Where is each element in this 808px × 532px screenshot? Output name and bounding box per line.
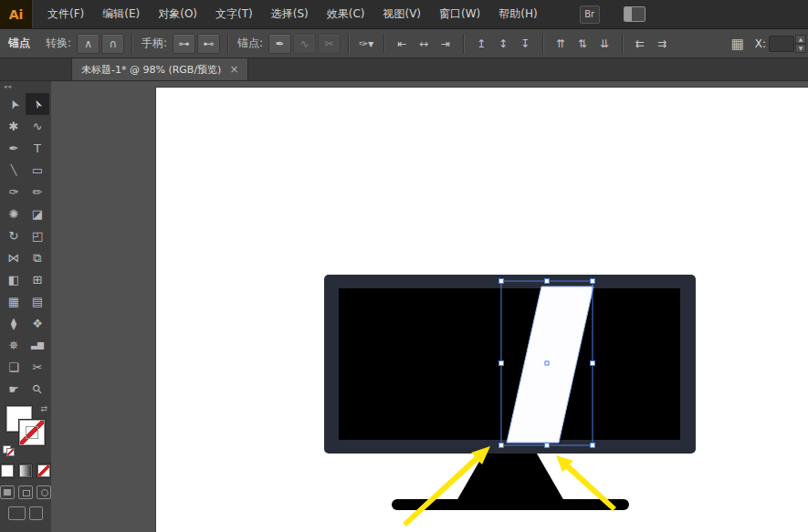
tool-zoom[interactable]: ⚲ xyxy=(26,378,49,400)
menu-view[interactable]: 视图(V) xyxy=(373,0,430,28)
menu-edit[interactable]: 编辑(E) xyxy=(93,0,149,28)
selection-handle-top-left[interactable] xyxy=(499,279,504,284)
tool-width[interactable]: ⋈ xyxy=(2,246,26,268)
swap-fill-stroke-icon[interactable]: ⇄ xyxy=(40,404,47,413)
none-button[interactable] xyxy=(37,464,51,478)
color-button[interactable] xyxy=(0,464,15,478)
document-tab-bar: 未标题-1* @ 98% (RGB/预览) × xyxy=(0,58,808,81)
tool-type[interactable]: T xyxy=(26,137,49,159)
tool-scale[interactable]: ◰ xyxy=(26,224,49,246)
stroke-swatch[interactable] xyxy=(19,420,45,445)
tool-rectangle[interactable]: ▭ xyxy=(26,159,49,181)
align-left-icon[interactable]: ⇤ xyxy=(392,35,412,53)
selection-handle-bottom-center[interactable] xyxy=(545,443,550,448)
draw-behind-button[interactable] xyxy=(18,485,33,499)
remove-anchor-icon[interactable]: ✒ xyxy=(268,34,291,54)
tool-perspective-grid[interactable]: ⊞ xyxy=(26,268,49,290)
tool-hand[interactable]: ☛ xyxy=(2,378,26,400)
menu-select[interactable]: 选择(S) xyxy=(262,0,318,28)
tool-eraser[interactable]: ◪ xyxy=(26,203,49,224)
align-bottom-icon[interactable]: ↧ xyxy=(515,35,535,53)
tool-pencil[interactable]: ✏ xyxy=(26,181,49,203)
screen-mode-row xyxy=(0,506,51,520)
selection-handle-bottom-left[interactable] xyxy=(499,443,504,448)
grid-options-icon[interactable]: ▦ xyxy=(728,35,748,53)
menu-window[interactable]: 窗口(W) xyxy=(430,0,489,28)
tool-column-graph[interactable]: ▃▆ xyxy=(26,334,49,356)
cut-path-icon[interactable]: ✂ xyxy=(318,34,341,54)
distribute-top-icon[interactable]: ⇈ xyxy=(551,35,571,53)
align-top-icon[interactable]: ↥ xyxy=(471,35,491,53)
tool-direct-selection[interactable]: ➢ xyxy=(26,93,49,115)
x-coordinate-label: X: xyxy=(755,37,766,50)
distribute-right-icon[interactable]: ⇉ xyxy=(652,35,672,53)
tool-artboard[interactable]: ❏ xyxy=(2,356,26,378)
app-logo: Ai xyxy=(0,0,33,28)
x-stepper-down-icon[interactable]: ▼ xyxy=(795,44,806,53)
selection-handle-middle-left[interactable] xyxy=(499,361,504,366)
convert-to-smooth-icon[interactable]: ∩ xyxy=(101,34,124,54)
tool-shape-builder[interactable]: ◧ xyxy=(2,268,26,290)
x-coordinate-input[interactable] xyxy=(769,36,794,52)
connect-endpoints-icon[interactable]: ∿ xyxy=(293,34,316,54)
convert-to-corner-icon[interactable]: ∧ xyxy=(77,34,100,54)
distribute-bottom-icon[interactable]: ⇊ xyxy=(594,35,614,53)
canvas[interactable] xyxy=(51,81,808,532)
tool-pen[interactable]: ✒ xyxy=(2,137,26,159)
tool-free-transform-icon: ⧉ xyxy=(33,252,41,264)
control-bar-right: ▦ X: ▲ ▼ xyxy=(727,35,808,53)
tab-close-icon[interactable]: × xyxy=(229,64,238,75)
align-right-icon[interactable]: ⇥ xyxy=(435,35,456,53)
tool-line-segment[interactable]: ╲ xyxy=(2,159,26,181)
bridge-icon[interactable]: Br xyxy=(580,5,600,24)
hide-handles-icon[interactable]: ⊷ xyxy=(197,34,220,54)
tool-lasso[interactable]: ∿ xyxy=(26,115,49,137)
document-view-button[interactable] xyxy=(29,506,43,520)
selection-handle-middle-right[interactable] xyxy=(591,361,595,366)
tool-blob-brush[interactable]: ✺ xyxy=(2,203,26,224)
control-separator xyxy=(348,34,349,54)
tool-gradient[interactable]: ▤ xyxy=(26,290,49,312)
screen-mode-button[interactable] xyxy=(8,506,26,520)
stroke-swatch-hole xyxy=(26,426,38,439)
tool-mesh[interactable]: ▦ xyxy=(2,290,26,312)
monitor-screen[interactable] xyxy=(339,288,680,440)
tool-pencil-icon: ✏ xyxy=(33,186,43,198)
selection-center-point[interactable] xyxy=(545,361,549,365)
show-handles-icon[interactable]: ⊶ xyxy=(173,34,195,54)
tool-selection[interactable]: ➤ xyxy=(2,93,26,115)
draw-inside-button[interactable] xyxy=(37,485,51,499)
align-center-horizontal-icon[interactable]: ↔ xyxy=(414,35,434,53)
tool-eyedropper[interactable]: ⧫ xyxy=(2,312,26,334)
workspace-switcher-icon[interactable] xyxy=(624,6,645,22)
x-stepper-up-icon[interactable]: ▲ xyxy=(795,35,806,44)
isolate-selection-icon[interactable]: ✑▾ xyxy=(356,35,376,53)
menu-help[interactable]: 帮助(H) xyxy=(489,0,546,28)
selection-handle-top-center[interactable] xyxy=(545,279,550,284)
default-fill-stroke-icon[interactable] xyxy=(3,445,14,454)
menu-effect[interactable]: 效果(C) xyxy=(318,0,374,28)
tool-blend[interactable]: ❖ xyxy=(26,312,49,334)
gradient-button[interactable] xyxy=(18,464,33,478)
menu-file[interactable]: 文件(F) xyxy=(38,0,93,28)
selection-handle-bottom-right[interactable] xyxy=(591,443,595,448)
tool-symbol-sprayer[interactable]: ✵ xyxy=(2,334,26,356)
toolbar-collapse-icon[interactable]: ◂◂ xyxy=(0,81,51,93)
distribute-center-icon[interactable]: ⇅ xyxy=(572,35,593,53)
tool-artboard-icon: ❏ xyxy=(8,361,19,373)
selection-handle-top-right[interactable] xyxy=(591,279,595,284)
control-separator xyxy=(227,34,228,54)
distribute-left-icon[interactable]: ⇇ xyxy=(630,35,650,53)
align-middle-vertical-icon[interactable]: ↕ xyxy=(493,35,513,53)
menu-type[interactable]: 文字(T) xyxy=(206,0,262,28)
draw-normal-button[interactable] xyxy=(0,485,15,499)
tool-magic-wand[interactable]: ✱ xyxy=(2,115,26,137)
tool-gradient-icon: ▤ xyxy=(32,296,43,308)
tool-shape-builder-icon: ◧ xyxy=(8,274,19,286)
menu-object[interactable]: 对象(O) xyxy=(149,0,206,28)
tool-slice[interactable]: ✂ xyxy=(26,356,49,378)
tool-paintbrush[interactable]: ✑ xyxy=(2,181,26,203)
tool-free-transform[interactable]: ⧉ xyxy=(26,246,49,268)
tool-rotate[interactable]: ↻ xyxy=(2,224,26,246)
document-tab[interactable]: 未标题-1* @ 98% (RGB/预览) × xyxy=(71,58,248,80)
